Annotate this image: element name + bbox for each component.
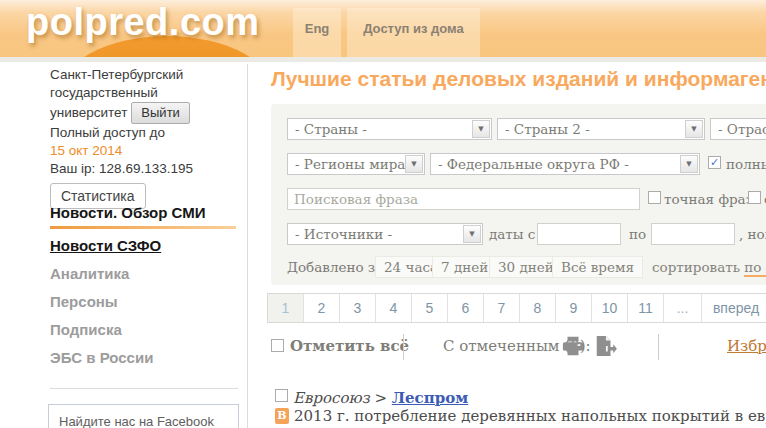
period-7d-button[interactable]: 7 дней xyxy=(432,256,497,278)
search-filter-panel: - Страны - ▼ - Страны 2 - ▼ - Отрасли - … xyxy=(271,104,766,285)
date-from-label: даты с xyxy=(489,226,535,242)
sidebar-item-ebs[interactable]: ЭБС в России xyxy=(50,348,245,368)
extra-option-checkbox[interactable] xyxy=(748,191,761,204)
actions-divider xyxy=(403,334,404,360)
access-until-label: Полный доступ до xyxy=(50,124,245,142)
print-button[interactable] xyxy=(562,335,584,361)
header-bottom-strip xyxy=(0,57,766,62)
sort-control: сортировать по дате xyxy=(652,259,766,275)
facebook-widget[interactable]: Найдите нас на Facebook xyxy=(48,404,239,428)
pagination: 1 2 3 4 5 6 7 8 9 10 11 ... вперед → xyxy=(267,293,766,323)
next-page-button[interactable]: вперед → xyxy=(702,294,766,322)
tab-eng[interactable]: Eng xyxy=(293,8,341,57)
content-vertical-divider xyxy=(247,64,248,428)
page-8[interactable]: 8 xyxy=(520,294,556,322)
numbers-label: , номера xyxy=(739,226,766,242)
dropdown-arrow-icon: ▼ xyxy=(680,155,698,173)
world-regions-select[interactable]: - Регионы мира - ▼ xyxy=(287,153,425,175)
search-input[interactable] xyxy=(287,188,640,210)
org-name-line3: университетВыйти xyxy=(50,102,245,124)
page-10[interactable]: 10 xyxy=(592,294,628,322)
sidebar-item-analytics[interactable]: Аналитика xyxy=(50,264,245,284)
page-4[interactable]: 4 xyxy=(376,294,412,322)
sort-by-date-link[interactable]: по дате xyxy=(744,259,766,277)
page-6[interactable]: 6 xyxy=(448,294,484,322)
page-title: Лучшие статьи деловых изданий и информаг… xyxy=(271,67,766,91)
countries-select[interactable]: - Страны - ▼ xyxy=(287,118,492,140)
article-text[interactable]: 2013 г. потребление деревянных напольных… xyxy=(294,407,766,425)
sidebar-item-news-smi[interactable]: Новости. Обзор СМИ xyxy=(50,203,245,223)
sidebar-item-persons[interactable]: Персоны xyxy=(50,292,245,312)
logout-button[interactable]: Выйти xyxy=(131,102,190,124)
page-9[interactable]: 9 xyxy=(556,294,592,322)
export-button[interactable] xyxy=(593,335,617,361)
page-ellipsis[interactable]: ... xyxy=(664,294,702,322)
article-topic-link[interactable]: Леспром xyxy=(392,389,468,407)
dropdown-arrow-icon: ▼ xyxy=(405,155,423,173)
actions-divider xyxy=(658,334,659,360)
sidebar-divider xyxy=(50,388,238,389)
dropdown-arrow-icon: ▼ xyxy=(685,120,703,138)
page-11[interactable]: 11 xyxy=(628,294,664,322)
sidebar-menu: Новости. Обзор СМИ Новости СЗФО Аналитик… xyxy=(50,203,245,376)
date-from-input[interactable] xyxy=(537,223,621,245)
article-checkbox[interactable] xyxy=(275,389,288,402)
dropdown-arrow-icon: ▼ xyxy=(463,225,481,243)
printer-icon xyxy=(562,335,584,357)
added-for-label: Добавлено за xyxy=(287,259,383,275)
industries-select[interactable]: - Отрасли - xyxy=(710,118,766,140)
countries2-select[interactable]: - Страны 2 - ▼ xyxy=(497,118,705,140)
exact-phrase-label: точная фраза xyxy=(664,191,761,207)
access-date: 15 окт 2014 xyxy=(50,142,245,160)
dropdown-arrow-icon: ▼ xyxy=(472,120,490,138)
active-item-underline xyxy=(50,226,236,229)
article-category: Евросоюз xyxy=(293,389,370,407)
select-all-checkbox[interactable] xyxy=(271,339,284,352)
favorites-link[interactable]: Избранное xyxy=(727,337,766,355)
sources-select[interactable]: - Источники - ▼ xyxy=(287,223,483,245)
article-row: В2013 г. потребление деревянных напольны… xyxy=(275,407,766,425)
org-name-line2: государственный xyxy=(50,84,245,102)
full-text-checkbox[interactable]: ✓ xyxy=(708,156,721,169)
site-header: polpred.com Eng Доступ из дома xyxy=(0,0,766,57)
org-name-line1: Санкт-Петербургский xyxy=(50,66,245,84)
page-5[interactable]: 5 xyxy=(412,294,448,322)
export-document-icon xyxy=(593,335,617,357)
sidebar-item-news-szfo[interactable]: Новости СЗФО xyxy=(50,236,245,256)
federal-districts-select[interactable]: - Федеральные округа РФ - ▼ xyxy=(430,153,700,175)
page-2[interactable]: 2 xyxy=(304,294,340,322)
select-all-label: Отметить всё xyxy=(290,337,409,355)
exact-phrase-checkbox[interactable] xyxy=(648,191,661,204)
facebook-widget-label: Найдите нас на Facebook xyxy=(59,414,214,428)
tab-home-access[interactable]: Доступ из дома xyxy=(347,8,480,57)
date-to-input[interactable] xyxy=(651,223,735,245)
sidebar-item-subscription[interactable]: Подписка xyxy=(50,320,245,340)
page-7[interactable]: 7 xyxy=(484,294,520,322)
period-all-button[interactable]: Всё время xyxy=(552,256,643,278)
full-text-label: полный текст xyxy=(726,156,766,172)
site-logo[interactable]: polpred.com xyxy=(26,1,260,44)
date-to-label: по xyxy=(629,226,646,242)
source-badge: В xyxy=(275,408,289,424)
sort-label: сортировать xyxy=(652,259,744,275)
article-header: Евросоюз > Леспром xyxy=(275,389,468,407)
account-block: Санкт-Петербургский государственный унив… xyxy=(50,66,245,209)
ip-address: Ваш ip: 128.69.133.195 xyxy=(50,160,245,178)
page-1[interactable]: 1 xyxy=(268,294,304,322)
breadcrumb-separator: > xyxy=(370,389,392,407)
page-3[interactable]: 3 xyxy=(340,294,376,322)
